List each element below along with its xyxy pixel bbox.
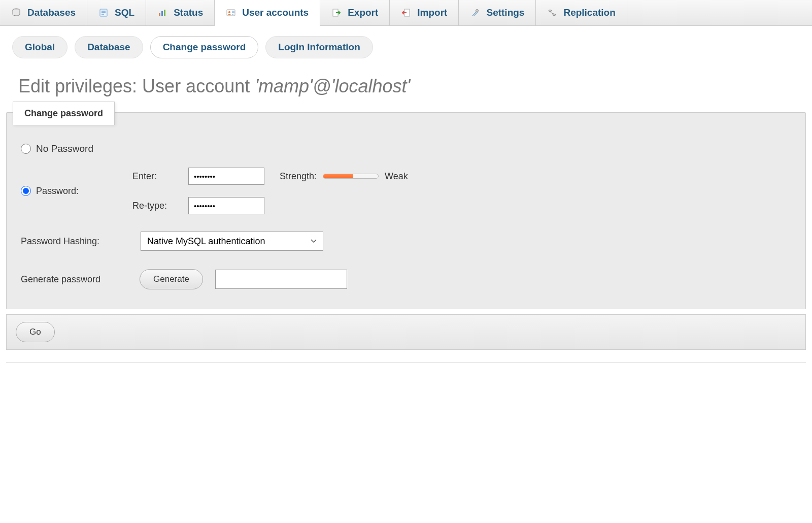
tab-label: SQL: [115, 7, 134, 18]
password-enter-input[interactable]: [188, 168, 264, 185]
status-icon: [157, 8, 167, 18]
password-option[interactable]: Password:: [21, 186, 132, 197]
generate-label: Generate password: [21, 274, 127, 285]
users-icon: [226, 8, 236, 18]
panel-legend: Change password: [13, 102, 115, 125]
svg-point-11: [553, 14, 556, 16]
tab-replication[interactable]: Replication: [536, 0, 627, 25]
tab-label: User accounts: [242, 7, 309, 18]
password-retype-input[interactable]: [188, 197, 264, 214]
database-icon: [11, 8, 21, 18]
strength-meter: [323, 174, 379, 179]
heading-prefix: Edit privileges: User account: [18, 76, 255, 96]
strength-fill: [323, 174, 353, 178]
strength-label: Strength:: [280, 171, 317, 182]
tab-user-accounts[interactable]: User accounts: [215, 0, 320, 26]
generate-button[interactable]: Generate: [140, 269, 203, 289]
change-password-panel: Change password No Password Password: En…: [6, 112, 806, 309]
hashing-label: Password Hashing:: [21, 236, 122, 247]
enter-label: Enter:: [132, 171, 188, 182]
subnav-login-information[interactable]: Login Information: [265, 36, 373, 58]
no-password-label: No Password: [36, 143, 93, 154]
subnav-global[interactable]: Global: [12, 36, 67, 58]
separator: [6, 362, 806, 363]
strength-text: Weak: [385, 171, 408, 182]
tab-settings[interactable]: Settings: [459, 0, 536, 25]
export-icon: [331, 8, 342, 18]
password-radio[interactable]: [21, 186, 31, 196]
no-password-option[interactable]: No Password: [21, 143, 93, 154]
hashing-select[interactable]: Native MySQL authentication: [141, 232, 323, 251]
svg-rect-2: [159, 13, 160, 16]
svg-rect-3: [161, 11, 163, 16]
settings-icon: [470, 8, 480, 18]
svg-point-9: [476, 10, 479, 12]
tab-label: Replication: [563, 7, 615, 18]
tab-label: Settings: [486, 7, 524, 18]
subnav-change-password[interactable]: Change password: [150, 36, 259, 58]
heading-account: 'mamp'@'localhost': [255, 76, 410, 96]
tab-databases[interactable]: Databases: [0, 0, 87, 25]
go-button[interactable]: Go: [16, 322, 55, 342]
retype-label: Re-type:: [132, 201, 188, 211]
tab-status[interactable]: Status: [146, 0, 215, 25]
tab-export[interactable]: Export: [320, 0, 390, 25]
password-label: Password:: [36, 186, 79, 197]
sub-nav: Global Database Change password Login In…: [0, 26, 812, 63]
generate-output-input[interactable]: [215, 270, 347, 289]
tab-label: Databases: [27, 7, 76, 18]
no-password-radio[interactable]: [21, 144, 31, 154]
tab-label: Status: [174, 7, 203, 18]
page-title: Edit privileges: User account 'mamp'@'lo…: [0, 63, 812, 112]
footer-bar: Go: [6, 314, 806, 350]
top-nav: Databases SQL Status User accounts Expor…: [0, 0, 812, 26]
tab-import[interactable]: Import: [390, 0, 459, 25]
replication-icon: [547, 8, 557, 18]
tab-label: Export: [348, 7, 378, 18]
tab-label: Import: [417, 7, 447, 18]
svg-point-10: [549, 10, 552, 12]
svg-rect-4: [164, 10, 165, 16]
import-icon: [401, 8, 411, 18]
tab-sql[interactable]: SQL: [87, 0, 146, 25]
subnav-database[interactable]: Database: [75, 36, 143, 58]
sql-icon: [98, 8, 109, 18]
svg-point-6: [228, 11, 230, 13]
